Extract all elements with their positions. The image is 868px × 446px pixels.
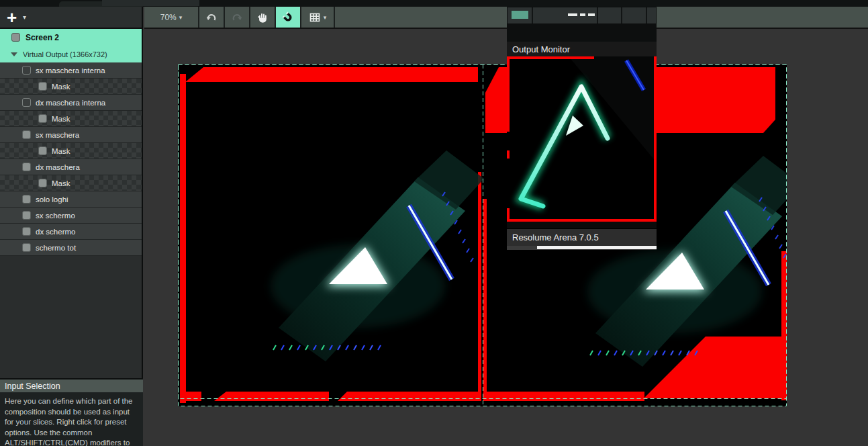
layer-row-sx-maschera[interactable]: sx maschera	[0, 127, 142, 143]
layer-visibility-checkbox[interactable]	[22, 130, 31, 139]
output-monitor-titlebar[interactable]: Output Monitor	[507, 42, 657, 56]
layer-label: Mask	[52, 179, 70, 187]
layer-visibility-checkbox[interactable]	[22, 227, 31, 236]
hand-tool-icon	[256, 11, 269, 24]
arena-loading-bar	[507, 246, 657, 250]
layer-row-schermo-tot[interactable]: schermo tot	[0, 240, 142, 256]
layer-visibility-checkbox[interactable]	[38, 114, 47, 123]
clipped-text-fragment	[568, 13, 577, 16]
layer-visibility-checkbox[interactable]	[38, 179, 47, 187]
screen-row[interactable]: Screen 2	[0, 29, 142, 46]
layer-visibility-checkbox[interactable]	[22, 98, 31, 107]
layer-row-mask[interactable]: Mask	[0, 111, 142, 127]
input-selection-help-text: Here you can define which part of the co…	[0, 392, 143, 446]
screen-name: Screen 2	[26, 33, 59, 42]
background-window-edge	[0, 0, 868, 7]
layer-row-dx-maschera-interna[interactable]: dx maschera interna	[0, 95, 142, 111]
separator	[646, 7, 647, 24]
layer-label: Mask	[52, 147, 70, 155]
pan-tool-button[interactable]	[250, 7, 276, 28]
redo-icon	[231, 11, 243, 24]
chevron-down-icon: ▾	[179, 14, 183, 21]
input-selection-title: Input Selection	[0, 378, 143, 392]
redo-button[interactable]	[225, 7, 250, 28]
layer-row-sx-schermo[interactable]: sx schermo	[0, 208, 142, 224]
background-window-segment	[102, 0, 199, 6]
add-screen-button[interactable]: +	[7, 7, 17, 28]
layer-label: Mask	[52, 115, 70, 123]
virtual-output-label: Virtual Output (1366x732)	[23, 50, 107, 58]
layer-row-mask[interactable]: Mask	[0, 175, 142, 191]
magnet-icon	[282, 11, 294, 24]
separator	[532, 7, 533, 24]
layer-label: sx maschera interna	[36, 66, 105, 75]
grid-options-button[interactable]: ▾	[301, 7, 335, 28]
snap-tool-button[interactable]	[276, 7, 301, 28]
layer-row-dx-schermo[interactable]: dx schermo	[0, 224, 142, 240]
add-bar: + ▾	[0, 7, 142, 29]
separator	[621, 7, 622, 24]
bpm-indicator-fragment	[512, 11, 528, 19]
arena-loading-fill	[537, 246, 657, 249]
grid-icon	[309, 11, 321, 24]
layer-visibility-checkbox[interactable]	[38, 146, 47, 155]
chevron-down-icon: ▾	[324, 14, 327, 21]
window-gap	[507, 24, 657, 42]
layer-row-solo-loghi[interactable]: solo loghi	[0, 191, 142, 208]
layer-row-mask[interactable]: Mask	[0, 79, 142, 95]
output-tree-sidebar: + ▾ Screen 2 Virtual Output (1366x732) s…	[0, 7, 143, 446]
chevron-down-icon[interactable]: ▾	[23, 13, 26, 21]
layer-row-dx-maschera[interactable]: dx maschera	[0, 159, 142, 175]
undo-icon	[205, 11, 218, 24]
zoom-level-dropdown[interactable]: 70% ▾	[144, 7, 199, 28]
layer-list: sx maschera internaMaskdx maschera inter…	[0, 62, 142, 256]
advanced-output-toolbar: 70% ▾	[144, 7, 868, 29]
layer-label: dx maschera interna	[36, 99, 105, 107]
layer-label: schermo tot	[36, 244, 76, 252]
layer-visibility-checkbox[interactable]	[22, 66, 31, 75]
window-gap	[507, 222, 657, 228]
output-monitor-title: Output Monitor	[512, 44, 570, 54]
layer-row-mask[interactable]: Mask	[0, 143, 142, 159]
clipped-text-fragment	[588, 13, 595, 16]
layer-label: Mask	[52, 83, 70, 91]
layer-visibility-checkbox[interactable]	[22, 163, 31, 171]
output-monitor-preview[interactable]	[507, 56, 657, 222]
zoom-level-value: 70%	[160, 13, 177, 22]
layer-label: dx schermo	[36, 228, 75, 236]
layer-label: sx maschera	[36, 131, 79, 139]
arena-title: Resolume Arena 7.0.5	[512, 232, 599, 242]
separator	[597, 7, 598, 24]
output-composition-canvas[interactable]	[144, 30, 868, 446]
screen-enable-checkbox[interactable]	[11, 33, 20, 42]
output-monitor-image	[507, 56, 657, 222]
arena-titlebar[interactable]: Resolume Arena 7.0.5	[507, 228, 657, 246]
layer-label: dx maschera	[36, 163, 80, 171]
layer-row-sx-maschera-interna[interactable]: sx maschera interna	[0, 62, 142, 79]
layer-visibility-checkbox[interactable]	[22, 211, 31, 220]
input-selection-panel: Input Selection Here you can define whic…	[0, 378, 143, 446]
undo-button[interactable]	[199, 7, 225, 28]
layer-label: solo loghi	[36, 195, 68, 204]
layer-visibility-checkbox[interactable]	[38, 82, 47, 91]
clipped-text-fragment	[580, 13, 585, 16]
composition-preview[interactable]	[178, 64, 787, 406]
layer-visibility-checkbox[interactable]	[22, 195, 31, 204]
floating-window-stack: Output Monitor Resolume Arena 7.0.5	[507, 7, 657, 250]
collapse-triangle-icon[interactable]	[11, 52, 17, 56]
layer-visibility-checkbox[interactable]	[22, 243, 31, 252]
layer-label: sx schermo	[36, 212, 75, 220]
selected-screen-block: Screen 2 Virtual Output (1366x732)	[0, 29, 142, 62]
virtual-output-row[interactable]: Virtual Output (1366x732)	[0, 46, 142, 62]
background-app-toolbar-sliver	[507, 7, 657, 24]
